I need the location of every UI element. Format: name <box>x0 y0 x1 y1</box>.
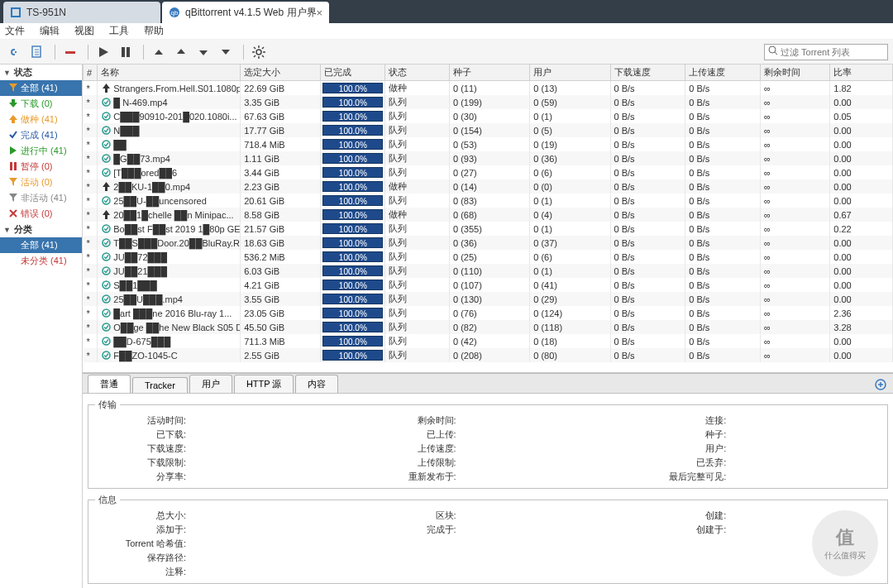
cell-status: 做种 <box>385 81 450 96</box>
move-down-button[interactable] <box>193 42 213 62</box>
add-file-button[interactable] <box>27 42 47 62</box>
detail-tab[interactable]: 普通 <box>88 375 131 393</box>
sidebar-item[interactable]: 下载 (0) <box>0 96 82 112</box>
column-header[interactable]: 种子 <box>450 65 530 81</box>
sidebar-item[interactable]: 未分类 (41) <box>0 253 82 269</box>
table-row[interactable]: *20██1█chelle ██n Minipac...8.58 GiB100.… <box>84 208 893 222</box>
table-row[interactable]: *25██U-██uncensored20.61 GiB100.0%队列0 (8… <box>84 194 893 208</box>
column-header[interactable]: # <box>84 65 98 81</box>
sidebar-group-header[interactable]: ▼状态 <box>0 65 82 80</box>
status-icon <box>101 196 111 206</box>
column-header[interactable]: 用户 <box>530 65 610 81</box>
sidebar-item[interactable]: 非活动 (41) <box>0 190 82 206</box>
svg-rect-10 <box>10 162 12 170</box>
column-header[interactable]: 剩余时间 <box>761 65 830 81</box>
menu-view[interactable]: 视图 <box>74 24 94 38</box>
cell-name: JU██72███ <box>98 250 241 264</box>
column-header[interactable]: 上传速度 <box>685 65 761 81</box>
menu-tools[interactable]: 工具 <box>109 24 129 38</box>
table-row[interactable]: *[T███ored██63.44 GiB100.0%队列0 (27)0 (6)… <box>84 165 893 179</box>
menu-help[interactable]: 帮助 <box>144 24 164 38</box>
cell-name: [T███ored██6 <box>98 165 241 179</box>
sidebar-item-label: 活动 (0) <box>21 176 53 189</box>
add-link-button[interactable] <box>5 42 25 62</box>
column-header[interactable]: 名称 <box>98 65 241 81</box>
table-row[interactable]: *2██KU-1██0.mp42.23 GiB100.0%做种0 (14)0 (… <box>84 179 893 194</box>
detail-tab[interactable]: 用户 <box>189 375 232 393</box>
browser-tab-2[interactable]: qb qBittorrent v4.1.5 Web 用户界 × <box>162 2 329 23</box>
torrents-grid[interactable]: #名称选定大小已完成状态种子用户下载速度上传速度剩余时间比率 *Stranger… <box>83 65 893 373</box>
remove-button[interactable] <box>60 42 80 62</box>
menu-file[interactable]: 文件 <box>5 24 25 38</box>
field-label: 已下载: <box>95 428 186 441</box>
sidebar-item[interactable]: 暂停 (0) <box>0 159 82 174</box>
field-value <box>456 442 611 455</box>
sidebar-item[interactable]: 全部 (41) <box>0 237 82 253</box>
menu-edit[interactable]: 编辑 <box>40 24 60 38</box>
detail-tab[interactable]: HTTP 源 <box>234 375 294 393</box>
play-button[interactable] <box>93 42 113 62</box>
cell-size: 3.55 GiB <box>241 292 321 306</box>
search-box[interactable] <box>764 44 888 60</box>
cell-seeds: 0 (82) <box>450 320 530 334</box>
row-marker: * <box>84 137 98 151</box>
table-row[interactable]: *██718.4 MiB100.0%队列0 (53)0 (19)0 B/s0 B… <box>84 137 893 151</box>
detail-tab[interactable]: 内容 <box>295 375 338 393</box>
cell-name: F██ZO-1045-C <box>98 348 241 362</box>
table-row[interactable]: *██D-675███711.3 MiB100.0%队列0 (42)0 (18)… <box>84 334 893 348</box>
column-header[interactable]: 状态 <box>385 65 450 81</box>
close-icon[interactable]: × <box>317 7 323 19</box>
cell-ratio: 0.00 <box>830 151 893 165</box>
table-row[interactable]: *O██ge ██he New Black S05 Di...45.50 GiB… <box>84 320 893 334</box>
table-row[interactable]: *S██1███4.21 GiB100.0%队列0 (107)0 (41)0 B… <box>84 278 893 292</box>
column-header[interactable]: 比率 <box>830 65 893 81</box>
column-header[interactable]: 下载速度 <box>610 65 685 81</box>
browser-tab-1[interactable]: TS-951N <box>3 2 160 23</box>
cell-seeds: 0 (30) <box>450 109 530 123</box>
settings-button[interactable] <box>249 42 269 62</box>
table-row[interactable]: *25██U███.mp43.55 GiB100.0%队列0 (130)0 (2… <box>84 292 893 306</box>
sidebar-item[interactable]: 错误 (0) <box>0 206 82 222</box>
field-value <box>456 414 611 427</box>
table-row[interactable]: *JU██21███6.03 GiB100.0%队列0 (110)0 (1)0 … <box>84 264 893 278</box>
sidebar-item[interactable]: 进行中 (41) <box>0 143 82 159</box>
cell-status: 队列 <box>385 320 450 334</box>
cell-eta: ∞ <box>761 292 830 306</box>
sidebar-item[interactable]: 活动 (0) <box>0 174 82 190</box>
cell-status: 队列 <box>385 137 450 151</box>
cell-ul: 0 B/s <box>685 95 761 109</box>
table-row[interactable]: *T██S███Door.20██BluRay.R...18.63 GiB100… <box>84 236 893 250</box>
sidebar-item-label: 全部 (41) <box>21 82 58 94</box>
table-row[interactable]: *Strangers.From.Hell.S01.1080p.H...22.69… <box>84 81 893 96</box>
cell-ul: 0 B/s <box>685 165 761 179</box>
column-header[interactable]: 选定大小 <box>241 65 321 81</box>
sidebar-item[interactable]: 做种 (41) <box>0 112 82 127</box>
table-row[interactable]: *█ N-469.mp43.35 GiB100.0%队列0 (199)0 (59… <box>84 95 893 109</box>
expand-icon[interactable] <box>875 379 886 393</box>
cell-progress: 100.0% <box>321 194 385 208</box>
move-up-button[interactable] <box>171 42 191 62</box>
detail-panel: 普通Tracker用户HTTP 源内容 传输 活动时间:剩余时间:连接:已下载:… <box>83 373 893 588</box>
cell-name: █art ███ne 2016 Blu-ray 1... <box>98 306 241 320</box>
status-icon <box>101 210 111 220</box>
table-row[interactable]: *N███17.77 GiB100.0%队列0 (154)0 (5)0 B/s0… <box>84 123 893 137</box>
move-top-button[interactable] <box>149 42 169 62</box>
column-header[interactable]: 已完成 <box>321 65 385 81</box>
table-row[interactable]: *F██ZO-1045-C2.55 GiB100.0%队列0 (208)0 (8… <box>84 348 893 362</box>
cell-ratio: 0.00 <box>830 123 893 137</box>
table-row[interactable]: *C███90910-201█020.1080i...67.63 GiB100.… <box>84 109 893 123</box>
field-value <box>726 428 881 441</box>
detail-tab[interactable]: Tracker <box>132 377 188 393</box>
move-bottom-button[interactable] <box>216 42 236 62</box>
pause-button[interactable] <box>116 42 136 62</box>
search-input[interactable] <box>781 47 884 57</box>
cell-dl: 0 B/s <box>610 208 685 222</box>
table-row[interactable]: *█art ███ne 2016 Blu-ray 1...23.05 GiB10… <box>84 306 893 320</box>
sidebar-item[interactable]: 完成 (41) <box>0 127 82 143</box>
sidebar-group-header[interactable]: ▼分类 <box>0 222 82 237</box>
sidebar-item[interactable]: 全部 (41) <box>0 80 82 96</box>
table-row[interactable]: *JU██72███536.2 MiB100.0%队列0 (25)0 (6)0 … <box>84 250 893 264</box>
cell-size: 718.4 MiB <box>241 137 321 151</box>
table-row[interactable]: *█G██73.mp41.11 GiB100.0%队列0 (93)0 (36)0… <box>84 151 893 165</box>
table-row[interactable]: *Bo██st F██st 2019 1█80p GER ...21.57 Gi… <box>84 222 893 236</box>
